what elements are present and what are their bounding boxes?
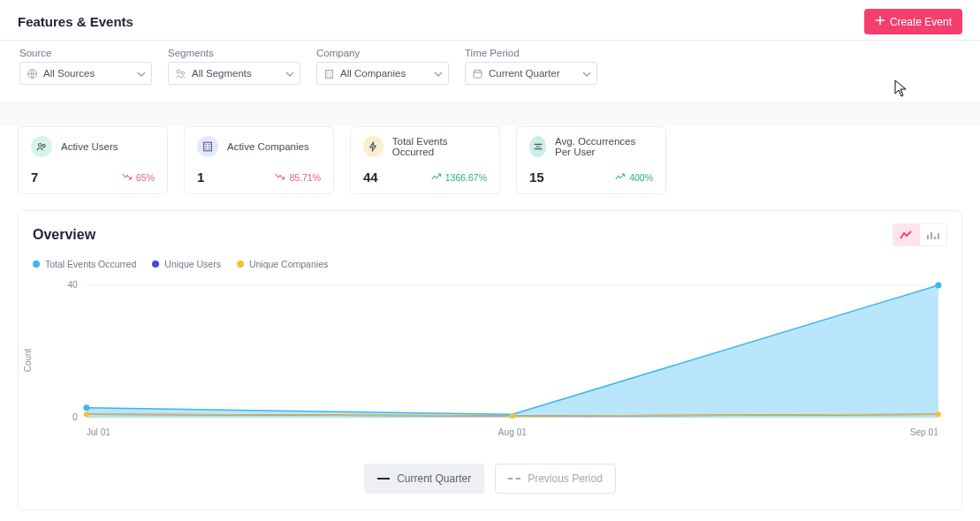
filter-bar: Source All Sources Segments All Segments…	[0, 41, 980, 103]
create-event-button[interactable]: Create Event	[864, 9, 962, 34]
svg-point-11	[935, 283, 941, 289]
chevron-down-icon	[285, 68, 294, 79]
source-select[interactable]: All Sources	[19, 62, 152, 85]
timeperiod-label: Time Period	[465, 48, 597, 58]
card-active-users[interactable]: Active Users 7 65%	[18, 126, 168, 194]
building-icon	[197, 136, 218, 157]
svg-point-14	[936, 412, 941, 417]
kpi-cards: Active Users 7 65% Active Companies 1 85…	[0, 126, 980, 194]
card-active-companies-trend: 85.71%	[275, 171, 321, 184]
bolt-icon	[363, 136, 384, 157]
chevron-down-icon	[137, 68, 146, 79]
trend-up-icon	[615, 171, 626, 184]
svg-point-1	[177, 70, 180, 73]
card-avg-per-user-trend: 400%	[615, 171, 653, 184]
bar-view-button[interactable]	[920, 224, 946, 245]
trend-down-icon	[275, 171, 285, 184]
card-avg-per-user[interactable]: Avg. Occurrences Per User 15 400%	[516, 126, 666, 194]
card-active-companies[interactable]: Active Companies 1 85.71%	[184, 126, 334, 194]
dot-icon	[152, 260, 159, 268]
company-select[interactable]: All Companies	[316, 62, 449, 85]
source-label: Source	[19, 48, 152, 58]
legend-total-events[interactable]: Total Events Occurred	[33, 259, 136, 269]
company-value: All Companies	[340, 68, 429, 79]
overview-title: Overview	[33, 227, 95, 243]
chevron-down-icon	[434, 68, 443, 79]
overview-panel: Overview Total Events Occurred Unique Us…	[18, 210, 962, 510]
svg-point-10	[83, 404, 89, 411]
timeperiod-select[interactable]: Current Quarter	[465, 62, 597, 85]
building-icon	[323, 67, 335, 79]
card-active-users-value: 7	[31, 170, 38, 185]
svg-point-5	[39, 144, 42, 147]
create-event-label: Create Event	[890, 16, 952, 28]
card-total-events[interactable]: Total Events Occurred 44 1366.67%	[350, 126, 500, 194]
overview-chart: Count 40 0 Jul 01 Aug 01 Sep 01	[33, 276, 947, 444]
company-label: Company	[316, 48, 449, 58]
trend-down-icon	[122, 171, 133, 184]
svg-rect-3	[325, 70, 332, 78]
solid-line-icon	[377, 478, 390, 479]
svg-point-2	[181, 72, 184, 74]
plus-icon	[875, 15, 885, 28]
svg-rect-7	[204, 142, 212, 151]
segments-select[interactable]: All Segments	[168, 62, 300, 85]
period-toggle: Current Quarter Previous Period	[33, 464, 947, 494]
card-active-users-trend: 65%	[122, 171, 155, 184]
dashed-line-icon	[508, 478, 520, 479]
svg-rect-4	[474, 70, 482, 77]
chart-legend: Total Events Occurred Unique Users Uniqu…	[33, 259, 947, 269]
legend-unique-companies[interactable]: Unique Companies	[237, 259, 328, 269]
xtick-0: Jul 01	[87, 427, 110, 437]
card-avg-per-user-label: Avg. Occurrences Per User	[555, 136, 653, 157]
svg-point-12	[84, 412, 89, 417]
card-total-events-label: Total Events Occurred	[392, 136, 487, 157]
xtick-1: Aug 01	[498, 427, 528, 437]
card-active-users-label: Active Users	[61, 141, 118, 152]
segments-value: All Segments	[192, 68, 280, 79]
page-title: Features & Events	[18, 14, 133, 29]
card-total-events-value: 44	[363, 170, 378, 185]
card-active-companies-value: 1	[197, 170, 204, 185]
svg-point-6	[42, 145, 45, 147]
chart-view-toggle	[893, 223, 947, 246]
line-view-button[interactable]	[893, 224, 920, 245]
average-icon	[529, 136, 546, 157]
source-value: All Sources	[43, 68, 132, 79]
users-icon	[31, 136, 52, 157]
dot-icon	[33, 260, 40, 268]
ytick-0: 0	[72, 412, 78, 422]
xtick-2: Sep 01	[910, 427, 939, 437]
chevron-down-icon	[582, 68, 591, 79]
card-total-events-trend: 1366.67%	[431, 171, 487, 184]
calendar-icon	[471, 67, 483, 79]
trend-up-icon	[431, 171, 442, 184]
chart-svg: 40 0 Jul 01 Aug 01 Sep 01	[33, 276, 947, 444]
legend-unique-users[interactable]: Unique Users	[152, 259, 221, 269]
segments-icon	[174, 67, 186, 79]
previous-period-button[interactable]: Previous Period	[495, 464, 616, 494]
segments-label: Segments	[168, 48, 300, 58]
timeperiod-value: Current Quarter	[489, 68, 577, 79]
chart-y-title: Count	[23, 349, 33, 373]
card-avg-per-user-value: 15	[529, 170, 544, 185]
globe-icon	[26, 67, 38, 79]
svg-point-13	[510, 413, 515, 419]
current-quarter-button[interactable]: Current Quarter	[364, 464, 484, 494]
dot-icon	[237, 260, 244, 268]
ytick-40: 40	[67, 280, 78, 290]
card-active-companies-label: Active Companies	[227, 141, 309, 152]
